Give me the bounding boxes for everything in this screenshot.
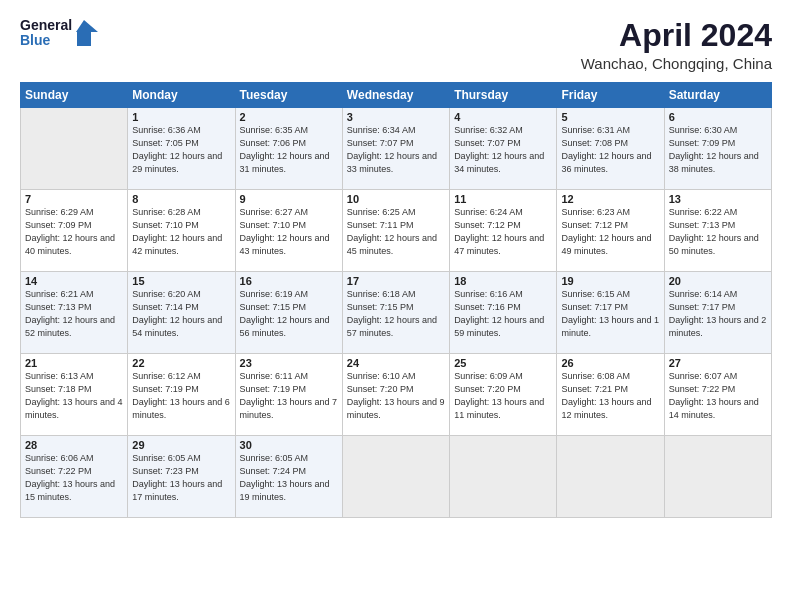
subtitle: Wanchao, Chongqing, China	[581, 55, 772, 72]
day-info: Sunrise: 6:36 AM Sunset: 7:05 PM Dayligh…	[132, 124, 230, 176]
calendar-cell: 2Sunrise: 6:35 AM Sunset: 7:06 PM Daylig…	[235, 108, 342, 190]
calendar-cell: 29Sunrise: 6:05 AM Sunset: 7:23 PM Dayli…	[128, 436, 235, 518]
calendar-cell	[342, 436, 449, 518]
calendar-cell: 12Sunrise: 6:23 AM Sunset: 7:12 PM Dayli…	[557, 190, 664, 272]
week-row-3: 14Sunrise: 6:21 AM Sunset: 7:13 PM Dayli…	[21, 272, 772, 354]
calendar-cell: 7Sunrise: 6:29 AM Sunset: 7:09 PM Daylig…	[21, 190, 128, 272]
calendar-cell: 28Sunrise: 6:06 AM Sunset: 7:22 PM Dayli…	[21, 436, 128, 518]
day-number: 9	[240, 193, 338, 205]
day-number: 29	[132, 439, 230, 451]
day-info: Sunrise: 6:35 AM Sunset: 7:06 PM Dayligh…	[240, 124, 338, 176]
title-block: April 2024 Wanchao, Chongqing, China	[581, 18, 772, 72]
day-number: 11	[454, 193, 552, 205]
day-number: 24	[347, 357, 445, 369]
calendar-cell: 4Sunrise: 6:32 AM Sunset: 7:07 PM Daylig…	[450, 108, 557, 190]
week-row-5: 28Sunrise: 6:06 AM Sunset: 7:22 PM Dayli…	[21, 436, 772, 518]
day-info: Sunrise: 6:08 AM Sunset: 7:21 PM Dayligh…	[561, 370, 659, 422]
day-info: Sunrise: 6:22 AM Sunset: 7:13 PM Dayligh…	[669, 206, 767, 258]
day-number: 3	[347, 111, 445, 123]
header-tuesday: Tuesday	[235, 83, 342, 108]
day-number: 25	[454, 357, 552, 369]
day-number: 2	[240, 111, 338, 123]
calendar-cell: 20Sunrise: 6:14 AM Sunset: 7:17 PM Dayli…	[664, 272, 771, 354]
day-number: 15	[132, 275, 230, 287]
day-number: 27	[669, 357, 767, 369]
day-number: 28	[25, 439, 123, 451]
calendar-cell: 24Sunrise: 6:10 AM Sunset: 7:20 PM Dayli…	[342, 354, 449, 436]
main-title: April 2024	[581, 18, 772, 53]
calendar-cell: 10Sunrise: 6:25 AM Sunset: 7:11 PM Dayli…	[342, 190, 449, 272]
header-saturday: Saturday	[664, 83, 771, 108]
logo-text-block: General Blue	[20, 18, 72, 49]
day-info: Sunrise: 6:11 AM Sunset: 7:19 PM Dayligh…	[240, 370, 338, 422]
day-info: Sunrise: 6:29 AM Sunset: 7:09 PM Dayligh…	[25, 206, 123, 258]
day-info: Sunrise: 6:27 AM Sunset: 7:10 PM Dayligh…	[240, 206, 338, 258]
day-info: Sunrise: 6:23 AM Sunset: 7:12 PM Dayligh…	[561, 206, 659, 258]
day-info: Sunrise: 6:07 AM Sunset: 7:22 PM Dayligh…	[669, 370, 767, 422]
calendar-cell: 14Sunrise: 6:21 AM Sunset: 7:13 PM Dayli…	[21, 272, 128, 354]
day-info: Sunrise: 6:32 AM Sunset: 7:07 PM Dayligh…	[454, 124, 552, 176]
week-row-1: 1Sunrise: 6:36 AM Sunset: 7:05 PM Daylig…	[21, 108, 772, 190]
calendar-cell	[557, 436, 664, 518]
calendar-cell: 11Sunrise: 6:24 AM Sunset: 7:12 PM Dayli…	[450, 190, 557, 272]
day-number: 23	[240, 357, 338, 369]
calendar-table: SundayMondayTuesdayWednesdayThursdayFrid…	[20, 82, 772, 518]
day-info: Sunrise: 6:21 AM Sunset: 7:13 PM Dayligh…	[25, 288, 123, 340]
day-info: Sunrise: 6:09 AM Sunset: 7:20 PM Dayligh…	[454, 370, 552, 422]
day-number: 21	[25, 357, 123, 369]
calendar-cell: 13Sunrise: 6:22 AM Sunset: 7:13 PM Dayli…	[664, 190, 771, 272]
calendar-cell: 30Sunrise: 6:05 AM Sunset: 7:24 PM Dayli…	[235, 436, 342, 518]
day-info: Sunrise: 6:19 AM Sunset: 7:15 PM Dayligh…	[240, 288, 338, 340]
calendar-cell: 15Sunrise: 6:20 AM Sunset: 7:14 PM Dayli…	[128, 272, 235, 354]
day-number: 12	[561, 193, 659, 205]
header: General Blue April 2024 Wanchao, Chongqi…	[20, 18, 772, 72]
logo-line1: General	[20, 18, 72, 33]
calendar-cell: 1Sunrise: 6:36 AM Sunset: 7:05 PM Daylig…	[128, 108, 235, 190]
calendar-cell: 9Sunrise: 6:27 AM Sunset: 7:10 PM Daylig…	[235, 190, 342, 272]
calendar-cell: 8Sunrise: 6:28 AM Sunset: 7:10 PM Daylig…	[128, 190, 235, 272]
day-number: 20	[669, 275, 767, 287]
calendar-header-row: SundayMondayTuesdayWednesdayThursdayFrid…	[21, 83, 772, 108]
calendar-cell	[21, 108, 128, 190]
day-info: Sunrise: 6:06 AM Sunset: 7:22 PM Dayligh…	[25, 452, 123, 504]
header-friday: Friday	[557, 83, 664, 108]
day-number: 1	[132, 111, 230, 123]
header-monday: Monday	[128, 83, 235, 108]
calendar-cell: 23Sunrise: 6:11 AM Sunset: 7:19 PM Dayli…	[235, 354, 342, 436]
day-info: Sunrise: 6:28 AM Sunset: 7:10 PM Dayligh…	[132, 206, 230, 258]
week-row-4: 21Sunrise: 6:13 AM Sunset: 7:18 PM Dayli…	[21, 354, 772, 436]
day-number: 19	[561, 275, 659, 287]
day-info: Sunrise: 6:13 AM Sunset: 7:18 PM Dayligh…	[25, 370, 123, 422]
calendar-cell	[664, 436, 771, 518]
calendar-cell: 6Sunrise: 6:30 AM Sunset: 7:09 PM Daylig…	[664, 108, 771, 190]
day-number: 17	[347, 275, 445, 287]
day-number: 16	[240, 275, 338, 287]
calendar-cell: 25Sunrise: 6:09 AM Sunset: 7:20 PM Dayli…	[450, 354, 557, 436]
calendar-cell: 18Sunrise: 6:16 AM Sunset: 7:16 PM Dayli…	[450, 272, 557, 354]
day-info: Sunrise: 6:24 AM Sunset: 7:12 PM Dayligh…	[454, 206, 552, 258]
day-info: Sunrise: 6:30 AM Sunset: 7:09 PM Dayligh…	[669, 124, 767, 176]
day-number: 8	[132, 193, 230, 205]
day-number: 5	[561, 111, 659, 123]
calendar-cell: 3Sunrise: 6:34 AM Sunset: 7:07 PM Daylig…	[342, 108, 449, 190]
calendar-cell	[450, 436, 557, 518]
header-thursday: Thursday	[450, 83, 557, 108]
logo-arrow-icon	[76, 20, 98, 46]
calendar-cell: 22Sunrise: 6:12 AM Sunset: 7:19 PM Dayli…	[128, 354, 235, 436]
day-number: 26	[561, 357, 659, 369]
day-number: 10	[347, 193, 445, 205]
day-info: Sunrise: 6:12 AM Sunset: 7:19 PM Dayligh…	[132, 370, 230, 422]
day-info: Sunrise: 6:10 AM Sunset: 7:20 PM Dayligh…	[347, 370, 445, 422]
day-info: Sunrise: 6:31 AM Sunset: 7:08 PM Dayligh…	[561, 124, 659, 176]
day-info: Sunrise: 6:18 AM Sunset: 7:15 PM Dayligh…	[347, 288, 445, 340]
header-sunday: Sunday	[21, 83, 128, 108]
svg-marker-0	[76, 20, 98, 46]
week-row-2: 7Sunrise: 6:29 AM Sunset: 7:09 PM Daylig…	[21, 190, 772, 272]
calendar-cell: 5Sunrise: 6:31 AM Sunset: 7:08 PM Daylig…	[557, 108, 664, 190]
day-number: 30	[240, 439, 338, 451]
day-info: Sunrise: 6:05 AM Sunset: 7:23 PM Dayligh…	[132, 452, 230, 504]
header-wednesday: Wednesday	[342, 83, 449, 108]
day-info: Sunrise: 6:20 AM Sunset: 7:14 PM Dayligh…	[132, 288, 230, 340]
day-number: 22	[132, 357, 230, 369]
day-number: 7	[25, 193, 123, 205]
